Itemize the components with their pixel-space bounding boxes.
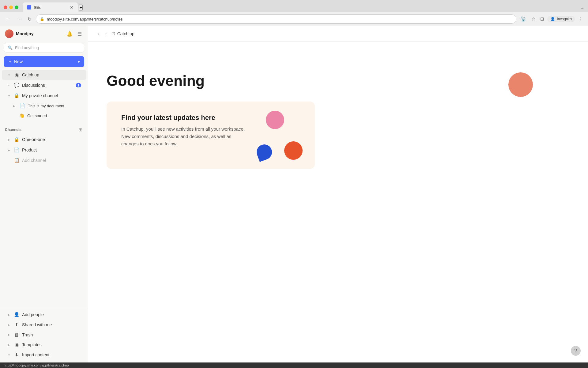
bookmark-icon[interactable]: ☆ <box>530 15 537 23</box>
more-options-button[interactable]: ⋮ <box>576 15 584 23</box>
private-channel-chevron-icon: ▾ <box>7 94 11 98</box>
sidebar-header: Moodjoy 🔔 ☰ <box>0 26 88 42</box>
incognito-badge[interactable]: 👤 Incognito <box>547 16 575 22</box>
get-started-label: Get started <box>27 113 47 118</box>
topbar-forward-button[interactable]: › <box>103 30 108 38</box>
tab-bar: Slite ✕ + ⌄ <box>0 0 588 12</box>
topbar-back-button[interactable]: ‹ <box>96 30 101 38</box>
sidebar-bottom: ▶ 👤 Add people ▶ ⬆ Shared with me ▶ 🗑 Tr… <box>0 307 88 362</box>
tab-close-button[interactable]: ✕ <box>70 5 74 10</box>
document-label: This is my document <box>28 104 64 108</box>
discussions-icon: 💬 <box>13 82 20 88</box>
tab-list-button[interactable]: ⌄ <box>580 5 584 10</box>
status-bar: https://moodjoy.slite.com/app/filters/ca… <box>0 362 588 368</box>
new-button[interactable]: ＋ New ▾ <box>4 56 84 67</box>
sidebar-item-templates[interactable]: ▶ ◉ Templates <box>2 340 86 350</box>
browser-tab[interactable]: Slite ✕ <box>23 2 78 12</box>
sidebar-item-product[interactable]: ▶ 📄 Product <box>2 145 86 155</box>
minimize-window-button[interactable] <box>9 6 13 9</box>
topbar: ‹ › ⏱ Catch up <box>88 26 588 42</box>
templates-chevron-icon: ▶ <box>7 343 11 347</box>
import-chevron-icon: ▾ <box>7 353 11 357</box>
one-on-one-chevron-icon: ▶ <box>7 138 11 141</box>
tab-favicon <box>27 5 31 10</box>
sidebar-item-my-private-channel[interactable]: ▾ 🔒 My private channel <box>2 91 86 101</box>
get-started-icon: 👋 <box>19 113 25 118</box>
templates-label: Templates <box>22 342 81 347</box>
browser-toolbar: ← → ↻ 🔒 moodjoy.slite.com/app/filters/ca… <box>0 12 588 26</box>
main-content: ‹ › ⏱ Catch up Good evening Find your la… <box>88 26 588 362</box>
close-window-button[interactable] <box>4 6 7 9</box>
breadcrumb-icon: ⏱ <box>111 31 115 36</box>
trash-chevron-icon: ▶ <box>7 333 11 336</box>
split-screen-icon[interactable]: ⊞ <box>538 15 546 23</box>
import-icon: ⬇ <box>13 352 20 358</box>
add-channel-icon: 📋 <box>13 158 20 163</box>
tab-title: Slite <box>34 5 41 10</box>
incognito-label: Incognito <box>557 17 572 21</box>
sidebar-item-import-content[interactable]: ▾ ⬇ Import content <box>2 350 86 360</box>
sidebar-toggle-button[interactable]: ☰ <box>76 30 83 38</box>
private-channel-label: My private channel <box>22 93 81 98</box>
import-label: Import content <box>22 352 81 357</box>
add-channel-label: Add channel <box>22 158 81 163</box>
lock-icon: 🔒 <box>40 17 44 21</box>
window-controls <box>4 6 18 9</box>
new-button-row: ＋ New ▾ <box>0 55 88 70</box>
browser-chrome: Slite ✕ + ⌄ ← → ↻ 🔒 moodjoy.slite.com/ap… <box>0 0 588 26</box>
one-on-one-label: One-on-one <box>22 137 81 142</box>
new-button-left: ＋ New <box>8 59 23 64</box>
shared-label: Shared with me <box>22 322 81 327</box>
breadcrumb-text: Catch up <box>117 31 134 36</box>
new-chevron-icon: ▾ <box>78 59 80 64</box>
shared-icon: ⬆ <box>13 322 20 328</box>
new-tab-button[interactable]: + <box>79 5 83 10</box>
sidebar-item-this-is-my-document[interactable]: ▶ 📄 This is my document <box>2 101 86 110</box>
back-button[interactable]: ← <box>4 15 12 23</box>
sidebar-item-add-channel[interactable]: 📋 Add channel <box>2 155 86 165</box>
address-bar[interactable]: 🔒 moodjoy.slite.com/app/filters/catchup/… <box>36 14 516 24</box>
forward-button[interactable]: → <box>15 15 23 23</box>
trash-icon: 🗑 <box>13 332 20 337</box>
sidebar-item-discussions[interactable]: • 💬 Discussions 1 <box>2 80 86 90</box>
new-plus-icon: ＋ <box>8 59 12 64</box>
add-people-icon: 👤 <box>13 312 20 317</box>
sidebar-item-one-on-one[interactable]: ▶ 🔒 One-on-one <box>2 135 86 144</box>
one-on-one-icon: 🔒 <box>13 137 20 142</box>
search-icon: 🔍 <box>8 45 13 50</box>
workspace-avatar <box>5 29 13 38</box>
search-bar[interactable]: 🔍 Find anything <box>4 43 84 52</box>
catchup-label: Catch up <box>22 72 81 77</box>
updates-card-description: In Catchup, you'll see new activities fr… <box>121 125 250 148</box>
sidebar-item-shared-with-me[interactable]: ▶ ⬆ Shared with me <box>2 320 86 330</box>
greeting-text: Good evening <box>107 72 570 89</box>
help-button[interactable]: ? <box>571 346 581 356</box>
channels-section-title: Channels <box>5 128 21 132</box>
maximize-window-button[interactable] <box>15 6 18 9</box>
breadcrumb: ⏱ Catch up <box>111 31 134 36</box>
notifications-button[interactable]: 🔔 <box>65 30 74 38</box>
catchup-icon: ◉ <box>13 72 20 78</box>
workspace-name: Moodjoy <box>16 31 34 36</box>
templates-icon: ◉ <box>13 342 20 347</box>
sidebar-header-icons: 🔔 ☰ <box>65 30 83 38</box>
search-placeholder: Find anything <box>15 45 39 50</box>
catchup-chevron-icon: ▾ <box>7 73 11 77</box>
add-channel-section-button[interactable]: ⊞ <box>78 126 83 133</box>
sidebar-item-get-started[interactable]: 👋 Get started <box>2 111 86 120</box>
page-content: Good evening Find your latest updates he… <box>88 42 588 362</box>
status-url: https://moodjoy.slite.com/app/filters/ca… <box>4 363 69 367</box>
sidebar-item-catchup[interactable]: ▾ ◉ Catch up <box>2 70 86 80</box>
updates-card-title: Find your latest updates here <box>121 114 300 122</box>
sidebar-item-trash[interactable]: ▶ 🗑 Trash <box>2 330 86 339</box>
workspace-info[interactable]: Moodjoy <box>5 29 34 38</box>
toolbar-icons: 📡 ☆ ⊞ 👤 Incognito ⋮ <box>519 15 584 23</box>
deco-orange-circle <box>284 141 303 160</box>
sidebar-item-add-people[interactable]: ▶ 👤 Add people <box>2 310 86 320</box>
refresh-button[interactable]: ↻ <box>26 15 33 23</box>
incognito-icon: 👤 <box>550 17 555 21</box>
cast-icon[interactable]: 📡 <box>519 15 528 23</box>
document-icon: 📄 <box>20 103 25 109</box>
product-label: Product <box>22 148 81 152</box>
channels-section-header: Channels ⊞ <box>0 123 88 134</box>
